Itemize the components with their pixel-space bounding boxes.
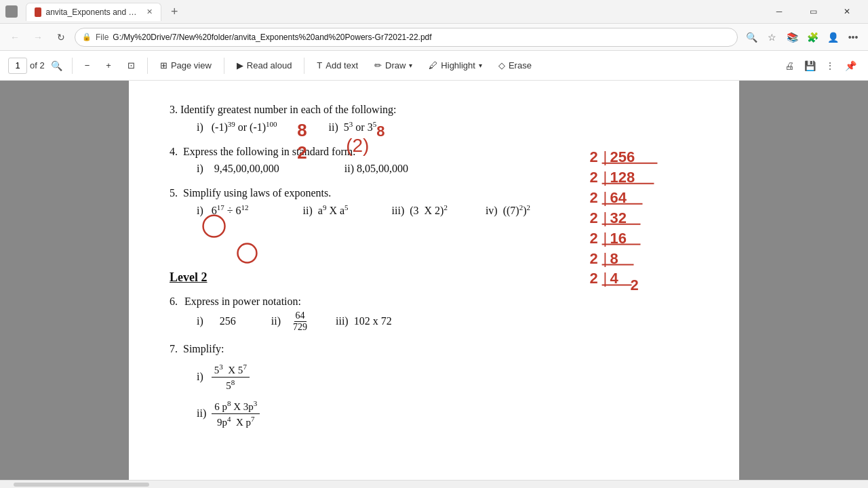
close-btn[interactable]: ✕ bbox=[831, 1, 863, 22]
q6-ii: ii) 64 729 bbox=[271, 315, 311, 327]
draw-label: Draw bbox=[385, 60, 406, 70]
q6-text: 6. Express in power notation: bbox=[170, 293, 698, 310]
fraction-64-729: 64 729 bbox=[292, 310, 309, 334]
q4-text: 4. Express the following in standard for… bbox=[170, 143, 698, 161]
separator-2 bbox=[147, 58, 148, 74]
fit-page-btn[interactable]: ⊡ bbox=[121, 57, 142, 74]
active-tab[interactable]: anvita_Exponents and Powers-G... ✕ bbox=[26, 3, 161, 21]
q5-iii: iii) (3 X 2)2 bbox=[392, 205, 448, 216]
question-4: 4. Express the following in standard for… bbox=[170, 143, 698, 178]
read-aloud-btn[interactable]: ▶ Read aloud bbox=[230, 57, 299, 74]
tab-close-btn[interactable]: ✕ bbox=[146, 7, 153, 16]
window-controls: ─ ▭ ✕ bbox=[764, 1, 863, 22]
search-doc-btn[interactable]: 🔍 bbox=[47, 56, 66, 75]
page-total: of 2 bbox=[30, 60, 45, 70]
q5-i: i) 617 ÷ 612 bbox=[197, 205, 249, 216]
scrollbar-thumb[interactable] bbox=[14, 483, 149, 487]
pdf-content: 3. Identify greatest number in each of t… bbox=[170, 101, 698, 430]
zoom-btn[interactable]: 🔍 bbox=[742, 28, 761, 47]
new-tab-btn[interactable]: + bbox=[167, 5, 182, 19]
highlight-chevron: ▾ bbox=[479, 62, 482, 69]
save-btn[interactable]: 💾 bbox=[800, 56, 819, 75]
address-text: G:/My%20Drive/7/New%20folder/anvita_Expo… bbox=[113, 33, 730, 42]
refresh-btn[interactable]: ↻ bbox=[52, 28, 71, 47]
square-icon bbox=[5, 5, 18, 18]
zoom-in-icon: + bbox=[106, 60, 111, 70]
q7i-den: 58 bbox=[223, 378, 237, 393]
page-number-input[interactable] bbox=[8, 58, 27, 74]
add-text-btn[interactable]: T Add text bbox=[310, 57, 365, 74]
nav-bar: ← → ↻ 🔒 File G:/My%20Drive/7/New%20folde… bbox=[0, 24, 868, 51]
pdf-page: 8 2 (2) 8 2 | 256 2 | 128 bbox=[129, 81, 739, 480]
nav-icons-right: 🔍 ☆ 📚 🧩 👤 ••• bbox=[742, 28, 863, 47]
forward-btn[interactable]: → bbox=[28, 28, 47, 47]
pdf-area: 8 2 (2) 8 2 | 256 2 | 128 bbox=[0, 81, 868, 480]
q7-ii: ii) 6 p8 X 3p3 9p4 X p7 bbox=[197, 399, 698, 430]
back-btn[interactable]: ← bbox=[5, 28, 24, 47]
q6-iii: iii) 102 x 72 bbox=[336, 315, 392, 327]
q4-i: i) 9,45,00,00,000 bbox=[197, 163, 279, 174]
address-bar[interactable]: 🔒 File G:/My%20Drive/7/New%20folder/anvi… bbox=[75, 28, 738, 47]
q5-ii: ii) a9 X a5 bbox=[303, 205, 349, 216]
pdf-toolbar: of 2 🔍 − + ⊡ ⊞ Page view ▶ Read aloud T … bbox=[0, 51, 868, 81]
restore-btn[interactable]: ▭ bbox=[797, 1, 829, 22]
more-btn[interactable]: ••• bbox=[844, 28, 863, 47]
fraction-q7ii: 6 p8 X 3p3 9p4 X p7 bbox=[212, 399, 260, 430]
q5-parts: i) 617 ÷ 612 ii) a9 X a5 iii) (3 X 2)2 i… bbox=[197, 201, 698, 219]
horizontal-scrollbar[interactable] bbox=[0, 480, 868, 488]
question-3: 3. Identify greatest number in each of t… bbox=[170, 101, 698, 136]
tab-title: anvita_Exponents and Powers-G... bbox=[45, 7, 140, 17]
more-tools-btn[interactable]: ⋮ bbox=[821, 56, 840, 75]
numerator: 64 bbox=[294, 310, 307, 323]
question-5: 5. Simplify using laws of exponents. i) … bbox=[170, 184, 698, 220]
q3-i: i) (-1)39 or (-1)100 bbox=[197, 121, 277, 133]
q4-ii: ii) 8,05,00,000 bbox=[344, 163, 408, 174]
erase-btn[interactable]: ◇ Erase bbox=[492, 57, 538, 74]
q3-ii: ii) 53 or 35 bbox=[329, 121, 377, 133]
browser-window: anvita_Exponents and Powers-G... ✕ + ─ ▭… bbox=[0, 0, 868, 488]
level2-label: Level 2 bbox=[170, 268, 208, 287]
page-view-label: Page view bbox=[171, 60, 212, 70]
annotation-spacer bbox=[170, 226, 698, 260]
draw-btn[interactable]: ✏ Draw ▾ bbox=[368, 57, 419, 74]
q3-parts: i) (-1)39 or (-1)100 ii) 53 or 35 bbox=[197, 119, 698, 136]
read-aloud-icon: ▶ bbox=[237, 60, 243, 70]
separator-4 bbox=[304, 58, 304, 74]
q7-text: 7. Simplify: bbox=[170, 340, 698, 358]
add-text-label: Add text bbox=[326, 60, 358, 70]
pdf-tab-icon bbox=[35, 7, 41, 17]
page-view-icon: ⊞ bbox=[160, 60, 167, 70]
toolbar-right: 🖨 💾 ⋮ 📌 bbox=[780, 56, 860, 75]
highlight-icon: 🖊 bbox=[429, 60, 437, 70]
draw-chevron: ▾ bbox=[409, 62, 412, 69]
page-input-group: of 2 bbox=[8, 58, 45, 74]
highlight-btn[interactable]: 🖊 Highlight ▾ bbox=[422, 57, 489, 74]
file-label: File bbox=[96, 33, 108, 42]
title-bar: anvita_Exponents and Powers-G... ✕ + ─ ▭… bbox=[0, 0, 868, 24]
q7ii-den: 9p4 X p7 bbox=[214, 414, 258, 430]
add-text-icon: T bbox=[317, 60, 322, 70]
q6-i: i) 256 bbox=[197, 315, 236, 327]
q5-iv: iv) ((7)2)2 bbox=[486, 205, 530, 216]
q7i-num: 53 X 57 bbox=[212, 362, 250, 378]
tab-strip: anvita_Exponents and Powers-G... ✕ + bbox=[5, 3, 182, 21]
q6-parts: i) 256 ii) 64 729 iii) 102 x 72 bbox=[197, 310, 698, 334]
collections-btn[interactable]: 📚 bbox=[783, 28, 802, 47]
pin-btn[interactable]: 📌 bbox=[841, 56, 860, 75]
profile-btn[interactable]: 👤 bbox=[823, 28, 842, 47]
q5-text: 5. Simplify using laws of exponents. bbox=[170, 184, 698, 202]
minimize-btn[interactable]: ─ bbox=[764, 1, 795, 22]
fav-btn[interactable]: ☆ bbox=[762, 28, 781, 47]
level2-header: Level 2 bbox=[170, 268, 698, 287]
denominator: 729 bbox=[292, 322, 309, 333]
erase-label: Erase bbox=[509, 60, 532, 70]
q7ii-num: 6 p8 X 3p3 bbox=[212, 399, 260, 415]
q6-num: 6. bbox=[170, 296, 178, 307]
q4-parts: i) 9,45,00,00,000 ii) 8,05,00,000 bbox=[197, 160, 698, 178]
draw-icon: ✏ bbox=[374, 60, 382, 70]
print-btn[interactable]: 🖨 bbox=[780, 56, 799, 75]
extensions-btn[interactable]: 🧩 bbox=[803, 28, 822, 47]
page-view-btn[interactable]: ⊞ Page view bbox=[153, 57, 218, 74]
zoom-out-btn[interactable]: − bbox=[78, 57, 97, 74]
zoom-in-btn[interactable]: + bbox=[99, 57, 118, 74]
